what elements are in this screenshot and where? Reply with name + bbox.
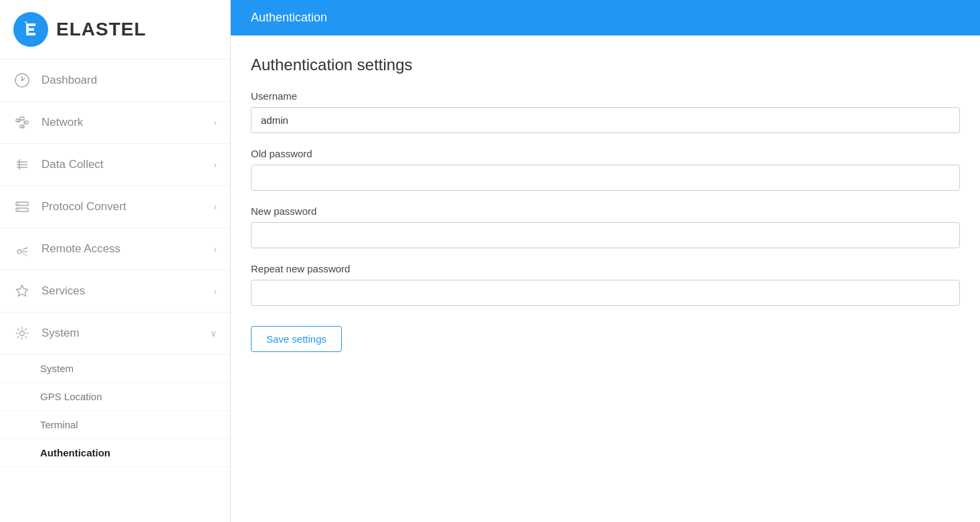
svg-rect-4	[20, 117, 24, 120]
gps-location-label: GPS Location	[40, 391, 102, 402]
repeat-password-group: Repeat new password	[251, 263, 960, 306]
logo-icon	[13, 12, 48, 47]
sidebar-item-network[interactable]: Network ›	[0, 102, 230, 144]
terminal-label: Terminal	[40, 419, 78, 430]
new-password-label: New password	[251, 205, 960, 217]
username-label: Username	[251, 90, 960, 102]
page-header: Authentication	[231, 0, 980, 35]
network-chevron-icon: ›	[213, 117, 217, 128]
data-collect-chevron-icon: ›	[213, 159, 217, 170]
repeat-password-label: Repeat new password	[251, 263, 960, 274]
services-icon	[13, 282, 31, 300]
sidebar-sub-system[interactable]: System	[0, 355, 230, 383]
sidebar-item-remote-access[interactable]: Remote Access ›	[0, 228, 230, 270]
new-password-group: New password	[251, 205, 960, 248]
sidebar-item-dashboard[interactable]: Dashboard	[0, 60, 230, 102]
username-group: Username	[251, 90, 960, 133]
old-password-label: Old password	[251, 148, 960, 159]
sidebar-item-system[interactable]: System ∨	[0, 313, 230, 355]
svg-point-21	[17, 250, 21, 254]
main-content: Authentication Authentication settings U…	[231, 0, 980, 522]
svg-point-22	[20, 331, 25, 336]
sidebar-sub-terminal[interactable]: Terminal	[0, 411, 230, 439]
system-sub-label: System	[40, 363, 74, 374]
system-label: System	[41, 327, 80, 340]
remote-access-icon	[13, 240, 31, 258]
page-content: Authentication settings Username Old pas…	[231, 35, 980, 522]
protocol-chevron-icon: ›	[213, 201, 217, 212]
sidebar: ELASTEL Dashboard	[0, 0, 231, 522]
services-label: Services	[41, 284, 85, 298]
sidebar-item-data-collect[interactable]: Data Collect ›	[0, 144, 230, 186]
network-label: Network	[41, 116, 83, 129]
svg-point-2	[21, 80, 23, 82]
new-password-input[interactable]	[251, 222, 960, 248]
page-header-title: Authentication	[251, 11, 327, 24]
protocol-icon	[13, 198, 31, 215]
section-title: Authentication settings	[251, 56, 960, 74]
old-password-input[interactable]	[251, 165, 960, 191]
logo-area: ELASTEL	[0, 0, 230, 60]
sidebar-sub-gps-location[interactable]: GPS Location	[0, 383, 230, 411]
remote-access-label: Remote Access	[41, 242, 120, 256]
system-icon	[13, 325, 31, 342]
network-icon	[13, 114, 31, 131]
username-input[interactable]	[251, 107, 960, 133]
logo-text: ELASTEL	[56, 19, 146, 40]
dashboard-label: Dashboard	[41, 74, 97, 87]
remote-chevron-icon: ›	[213, 244, 217, 254]
system-chevron-icon: ∨	[210, 328, 217, 339]
repeat-password-input[interactable]	[251, 280, 960, 306]
old-password-group: Old password	[251, 148, 960, 191]
protocol-convert-label: Protocol Convert	[41, 200, 126, 213]
sidebar-sub-authentication[interactable]: Authentication	[0, 439, 230, 467]
save-settings-button[interactable]: Save settings	[251, 326, 342, 352]
sidebar-item-services[interactable]: Services ›	[0, 270, 230, 313]
data-collect-label: Data Collect	[41, 158, 104, 171]
authentication-sub-label: Authentication	[40, 447, 110, 458]
services-chevron-icon: ›	[213, 286, 217, 296]
dashboard-icon	[13, 72, 31, 89]
sidebar-item-protocol-convert[interactable]: Protocol Convert ›	[0, 186, 230, 228]
data-collect-icon	[13, 156, 31, 173]
